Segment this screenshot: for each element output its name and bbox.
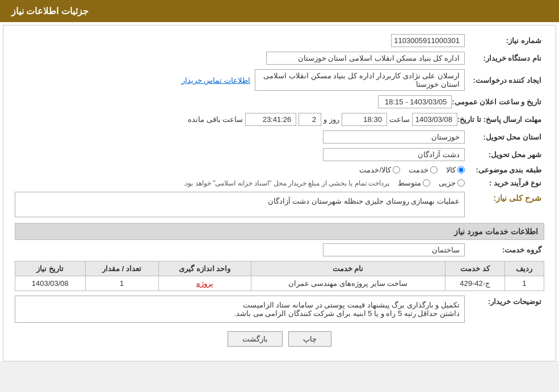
noefar-radio-group: جزیی متوسط <box>398 179 465 187</box>
tabaqe-khadamat: خدمت <box>409 166 438 174</box>
tabaqe-row: طبقه بندی موضوعی: کالا خدمت کالا/خدمت <box>15 166 544 174</box>
col-vahed: واحد اندازه گیری <box>158 262 251 276</box>
noefar-jozi-label: جزیی <box>439 179 456 187</box>
ostan-row: استان محل تحویل: خوزستان <box>15 130 544 144</box>
noefar-text: پرداخت تمام یا بخشی از مبلغ خریدار محل "… <box>183 179 389 187</box>
khadamat-section-title: اطلاعات خدمات مورد نیاز <box>15 223 544 240</box>
noefar-mota: متوسط <box>398 179 430 187</box>
nam-dastgah-label: نام دستگاه خریدار: <box>465 54 544 62</box>
khadamat-table: ردیف کد خدمت نام خدمت واحد اندازه گیری ت… <box>15 261 544 291</box>
ijad-konande-label: ایجاد کننده درخواست: <box>465 76 544 85</box>
nam-dastgah-row: نام دستگاه خریدار: اداره کل بنیاد مسکن ا… <box>15 52 544 65</box>
tavazihat-content: تکمیل و بارگذاری برگ پیشنهاد قیمت پوستی … <box>15 296 465 323</box>
mohlat-saat-label: ساعت <box>389 115 410 124</box>
cell-tarikh: 1403/03/08 <box>15 276 86 291</box>
col-nam: نام خدمت <box>251 262 445 276</box>
mohlat-roz-label: روز و <box>323 115 339 124</box>
page-container: جزئیات اطلاعات نیاز شماره نیاز: 11030059… <box>0 0 559 361</box>
shahr-row: شهر محل تحویل: دشت آزادگان <box>15 148 544 161</box>
mohlat-row: مهلت ارسال پاسخ: تا تاریخ: 1403/03/08 سا… <box>15 113 544 126</box>
mohlat-roz-value: 2 <box>299 113 321 126</box>
col-tedad: تعداد / مقدار <box>85 262 158 276</box>
tabaqe-kala-label: کالا <box>446 166 456 174</box>
ijad-konande-value: ارسلان علی نژادی کاربردار اداره کل بنیاد… <box>255 69 465 91</box>
mohlat-label: مهلت ارسال پاسخ: تا تاریخ: <box>457 115 544 124</box>
ostan-label: استان محل تحویل: <box>465 133 544 141</box>
table-row: 1 ج-42-429 ساخت سایر پروژه‌های مهندسی عم… <box>15 276 544 291</box>
tavazihat-label: توضیحات خریدار: <box>465 296 544 306</box>
chap-button[interactable]: چاپ <box>288 331 331 347</box>
tavazihat-value: تکمیل و بارگذاری برگ پیشنهاد قیمت پوستی … <box>15 296 465 323</box>
col-kod: کد خدمت <box>445 262 505 276</box>
page-title: جزئیات اطلاعات نیاز <box>11 6 89 16</box>
button-row: چاپ بازگشت <box>15 331 544 347</box>
shomare-niaz-row: شماره نیاز: 1103005911000301 <box>15 34 544 47</box>
shomare-niaz-label: شماره نیاز: <box>465 36 544 45</box>
tabaqe-kala-khadamat: کالا/خدمت <box>359 166 400 174</box>
noefar-label: نوع فرآیند خرید : <box>465 179 544 187</box>
groh-khadamat-label: گروه خدمت: <box>465 246 544 254</box>
shomare-niaz-value: 1103005911000301 <box>391 34 465 47</box>
tarikh-aelan-value: 1403/03/05 - 18:15 <box>378 95 452 108</box>
cell-nam: ساخت سایر پروژه‌های مهندسی عمران <box>251 276 445 291</box>
contact-info-link[interactable]: اطلاعات تماس خریدار <box>182 76 250 85</box>
mohlat-baqi-value: 23:41:26 <box>245 113 296 126</box>
noefar-mota-label: متوسط <box>398 179 421 187</box>
tabaqe-kala-khadamat-radio[interactable] <box>393 166 400 174</box>
tavazihat-row: توضیحات خریدار: تکمیل و بارگذاری برگ پیش… <box>15 296 544 323</box>
tabaqe-kala-radio[interactable] <box>457 166 465 174</box>
noefar-jozi: جزیی <box>439 179 465 187</box>
mohlat-saat-mande-label: ساعت باقی مانده <box>188 115 243 124</box>
ijad-konande-row: ایجاد کننده درخواست: ارسلان علی نژادی کا… <box>15 69 544 91</box>
shahr-label: شهر محل تحویل: <box>465 150 544 159</box>
tabaqe-label: طبقه بندی موضوعی: <box>465 166 544 174</box>
tabaqe-khadamat-label: خدمت <box>409 166 428 174</box>
ostan-value: خوزستان <box>323 130 465 144</box>
tarikh-aelan-row: تاریخ و ساعت اعلان عمومی: 1403/03/05 - 1… <box>15 95 544 108</box>
tavazihat-line1: تکمیل و بارگذاری برگ پیشنهاد قیمت پوستی … <box>20 301 460 309</box>
cell-vahed[interactable]: پروژه <box>158 276 251 291</box>
tabaqe-kala-khadamat-label: کالا/خدمت <box>359 166 391 174</box>
col-radif: ردیف <box>505 262 544 276</box>
sharh-koli-value: عملیات بهسازی روستای جلیزی حنظله شهرستان… <box>15 192 465 217</box>
tabaqe-khadamat-radio[interactable] <box>430 166 438 174</box>
sharh-koli-row: شرح کلی نیاز: عملیات بهسازی روستای جلیزی… <box>15 192 544 217</box>
cell-radif: 1 <box>505 276 544 291</box>
noefar-jozi-radio[interactable] <box>457 179 465 187</box>
shahr-value: دشت آزادگان <box>323 148 465 161</box>
mohlat-date-value: 1403/03/08 <box>412 113 457 126</box>
content-area: شماره نیاز: 1103005911000301 نام دستگاه … <box>3 25 556 361</box>
tabaqe-kala: کالا <box>446 166 465 174</box>
page-header: جزئیات اطلاعات نیاز <box>0 0 559 22</box>
cell-kod: ج-42-429 <box>445 276 505 291</box>
noefar-mota-radio[interactable] <box>423 179 430 187</box>
nam-dastgah-value: اداره کل بنیاد مسکن انقلاب اسلامی استان … <box>266 52 465 65</box>
cell-tedad: 1 <box>85 276 158 291</box>
sharh-koli-content: عملیات بهسازی روستای جلیزی حنظله شهرستان… <box>15 192 465 217</box>
tavazihat-line2: داشتن حداقل رتبه 5 راه و یا 5 ابنیه برای… <box>20 309 460 318</box>
groh-khadamat-value: ساختمان <box>323 243 465 256</box>
mohlat-saat-value: 18:30 <box>342 113 387 126</box>
col-tarikh: تاریخ نیاز <box>15 262 86 276</box>
groh-khadamat-row: گروه خدمت: ساختمان <box>15 243 544 256</box>
tarikh-aelan-label: تاریخ و ساعت اعلان عمومی: <box>452 98 544 106</box>
tabaqe-radio-group: کالا خدمت کالا/خدمت <box>359 166 465 174</box>
bazgasht-button[interactable]: بازگشت <box>228 331 283 347</box>
sharh-koli-label: شرح کلی نیاز: <box>465 192 544 203</box>
noefar-row: نوع فرآیند خرید : جزیی متوسط پرداخت تمام… <box>15 179 544 187</box>
